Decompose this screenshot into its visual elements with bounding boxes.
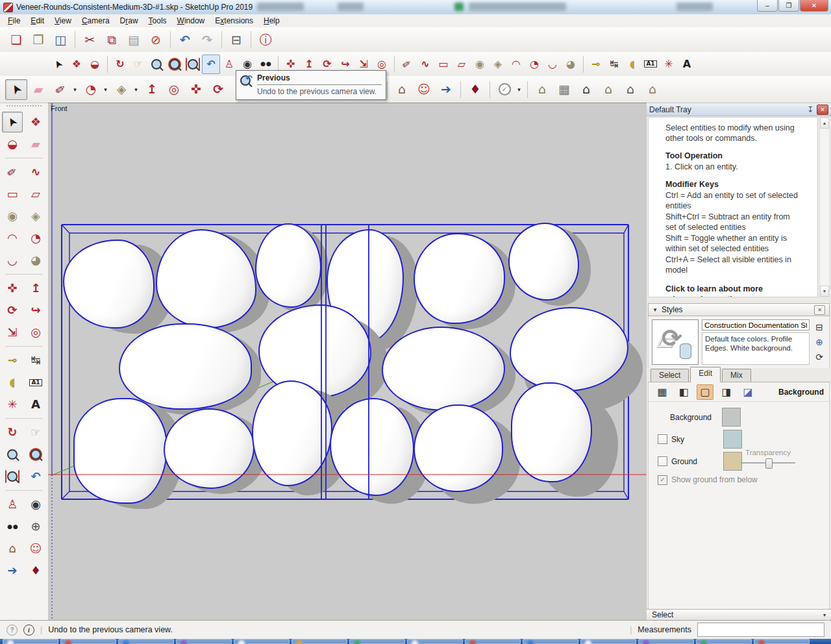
3d-warehouse-button[interactable]: ⌂ (2, 538, 23, 559)
zoom-window-button[interactable] (25, 444, 46, 465)
menu-tools[interactable]: Tools (143, 15, 172, 27)
taskbar-item[interactable] (754, 639, 810, 644)
view-front-button[interactable]: ⌂ (575, 79, 597, 100)
pie-button[interactable]: ◔ (25, 228, 46, 249)
collapse-caret-icon[interactable]: ▼ (652, 307, 658, 313)
make-component-button[interactable]: ❖ (25, 112, 46, 132)
paint-bucket-button[interactable]: ◒ (2, 134, 23, 155)
taskbar-item[interactable] (234, 639, 290, 644)
make-component-button[interactable]: ❖ (68, 55, 86, 74)
geolocation-icon[interactable]: ? (6, 625, 18, 636)
line-button[interactable]: ✏ (49, 79, 71, 100)
rectangle-button[interactable]: ▭ (2, 184, 23, 204)
stone-3[interactable] (255, 223, 321, 308)
offset-button[interactable]: ◎ (25, 322, 46, 343)
tray-close-button[interactable]: ✕ (817, 105, 828, 115)
arc-2pt-button[interactable]: ◠ (2, 228, 23, 249)
send-to-layout-button[interactable]: ➔ (2, 560, 23, 581)
axes-button[interactable]: ✳ (660, 55, 678, 74)
section-plane-button[interactable]: ⊕ (25, 516, 46, 537)
rotated-rectangle-button[interactable]: ▱ (453, 55, 471, 74)
polygon-button[interactable]: ◈ (25, 206, 46, 227)
polygon-button[interactable]: ◈ (110, 79, 132, 100)
open-button[interactable]: ❐ (27, 29, 49, 50)
rotate-button[interactable]: ⟳ (2, 300, 23, 321)
stone-15[interactable] (414, 404, 503, 492)
polygon-dropdown[interactable]: ▾ (132, 86, 140, 93)
edge-style-button[interactable]: ▦ (654, 384, 671, 400)
watermark-style-button[interactable]: ◨ (718, 384, 735, 400)
background-swatch[interactable] (722, 408, 741, 427)
erase-button[interactable]: ⊘ (145, 29, 167, 50)
transparency-slider[interactable] (741, 458, 795, 467)
styles-panel-header[interactable]: ▼ Styles ✕ (648, 303, 830, 316)
protractor-button[interactable]: ◖ (2, 372, 23, 393)
face-style-button[interactable]: ◧ (675, 384, 692, 400)
taskbar-item[interactable] (176, 639, 232, 644)
taskbar-item[interactable] (3, 639, 58, 644)
select-button[interactable]: ➤ (2, 112, 23, 132)
minimize-button[interactable]: – (757, 0, 778, 12)
tape-measure-button[interactable]: ⊸ (2, 350, 23, 371)
filled-arc-button[interactable]: ◕ (562, 55, 580, 74)
paint-bucket-button[interactable]: ◒ (86, 55, 104, 74)
toolbar-gripper[interactable] (6, 105, 42, 110)
taskbar-item[interactable] (696, 639, 752, 644)
taskbar-item[interactable] (407, 639, 463, 644)
tab-mix[interactable]: Mix (722, 369, 751, 382)
view-back-button[interactable]: ⌂ (619, 79, 641, 100)
stone-1[interactable] (63, 240, 155, 328)
extension-warehouse-button[interactable]: ☺ (413, 79, 435, 100)
axes-button[interactable]: ✳ (2, 394, 23, 415)
rectangle-button[interactable]: ▭ (434, 55, 453, 74)
cut-button[interactable]: ✂ (79, 29, 101, 50)
display-secondary-pane-button[interactable]: ⊟ (813, 321, 826, 334)
taskbar-item[interactable] (349, 639, 405, 644)
style-description[interactable]: Default face colors. Profile Edges. Whit… (702, 332, 810, 365)
dimension-button[interactable]: ↹ (605, 55, 623, 74)
sky-checkbox[interactable] (658, 434, 667, 444)
filled-arc-button[interactable]: ◕ (25, 250, 46, 271)
push-pull-button[interactable]: ↥ (141, 79, 163, 100)
menu-file[interactable]: File (3, 15, 25, 27)
arc-3pt-button[interactable]: ◡ (543, 55, 562, 74)
menu-window[interactable]: Window (172, 15, 210, 27)
stone-7[interactable] (119, 323, 252, 410)
text-button[interactable]: A1 (25, 372, 46, 393)
close-button[interactable]: ✕ (800, 0, 828, 12)
stone-12[interactable] (164, 408, 254, 489)
dimension-button[interactable]: ↹ (25, 350, 46, 371)
measurements-input[interactable] (697, 623, 825, 637)
orbit-button[interactable]: ↻ (2, 422, 23, 443)
redo-button[interactable]: ↷ (196, 29, 218, 50)
pie-dropdown[interactable]: ▾ (102, 86, 109, 93)
move-button[interactable]: ✜ (185, 79, 207, 100)
drawing-canvas[interactable]: Front (48, 103, 647, 621)
3d-warehouse-button[interactable]: ⌂ (391, 79, 413, 100)
tape-measure-button[interactable]: ⊸ (587, 55, 605, 74)
eraser-button[interactable]: ▰ (25, 134, 46, 155)
line-dropdown[interactable]: ▾ (71, 86, 79, 93)
taskbar-item[interactable] (580, 639, 636, 644)
slider-thumb[interactable] (765, 458, 773, 469)
text-button[interactable]: A1 (641, 55, 660, 74)
stone-9[interactable] (382, 327, 505, 411)
protractor-button[interactable]: ◖ (623, 55, 641, 74)
rotated-rectangle-button[interactable]: ▱ (25, 184, 46, 204)
menu-extensions[interactable]: Extensions (210, 15, 258, 27)
stone-11[interactable] (73, 398, 167, 504)
arc-3pt-button[interactable]: ◡ (2, 250, 23, 271)
paste-button[interactable]: ▤ (123, 29, 145, 50)
view-iso-button[interactable]: ⌂ (531, 79, 553, 100)
zoom-window-button[interactable] (166, 55, 184, 74)
line-button[interactable]: ✏ (398, 55, 416, 74)
pan-button[interactable]: ☞ (129, 55, 147, 74)
eraser-button[interactable]: ▰ (27, 79, 49, 100)
scale-button[interactable]: ⇲ (2, 322, 23, 343)
model-info-button[interactable]: ⓘ (254, 29, 277, 50)
sky-swatch[interactable] (723, 430, 742, 449)
taskbar-item[interactable] (291, 639, 347, 644)
taskbar-item[interactable] (523, 639, 578, 644)
pan-button[interactable]: ☞ (25, 422, 46, 443)
extension-manager-button[interactable]: ♦ (464, 79, 486, 100)
